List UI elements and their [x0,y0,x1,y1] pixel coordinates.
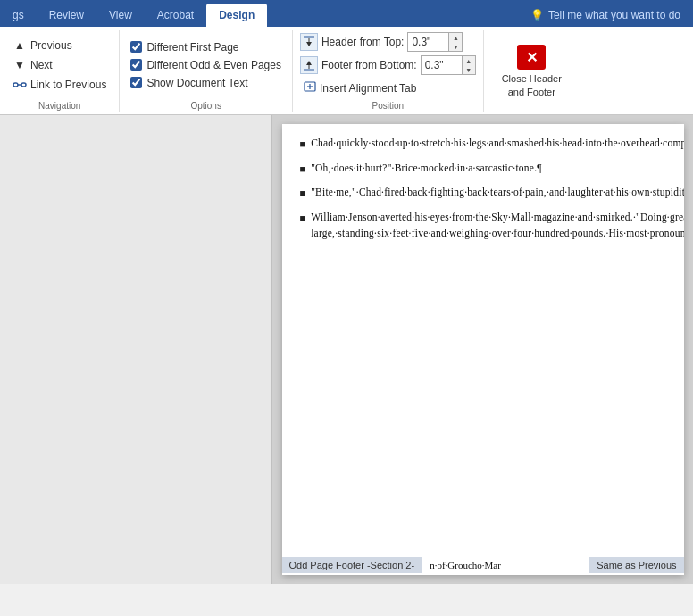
header-from-top-label: Header from Top: [321,36,405,48]
paragraph-3-text: "Bite·me,"·Chad·fired·back·fighting·back… [311,184,683,202]
footer-spinner-up[interactable]: ▲ [463,56,475,65]
close-button-label: Close Headerand Footer [502,72,562,98]
bullet-2: ■ [300,162,306,178]
show-document-text-label: Show Document Text [146,77,247,89]
footer-bar: Odd Page Footer -Section 2- n·of·Groucho… [282,554,684,575]
different-odd-even-checkbox[interactable] [130,59,142,71]
paragraph-2-text: "Oh,·does·it·hurt?"·Brice·mocked·in·a·sa… [311,160,542,178]
link-icon [13,78,27,92]
paragraph-1: ■ Chad·quickly·stood·up·to·stretch·his·l… [300,135,666,153]
left-sidebar [0,115,272,584]
nav-controls: ▲ Previous ▼ Next Link to Previous [7,32,112,97]
header-from-top-input-wrap: ▲ ▼ [407,32,463,52]
footer-spinner: ▲ ▼ [462,56,475,74]
bullet-1: ■ [300,137,306,153]
close-header-footer-button[interactable]: ✕ Close Headerand Footer [495,41,569,102]
footer-section-label: Odd Page Footer -Section 2- [282,557,423,573]
position-group-label: Position [300,97,476,111]
different-first-page-checkbox[interactable] [130,41,142,53]
show-document-text-checkbox[interactable] [130,77,142,88]
previous-label: Previous [30,39,72,52]
footer-from-bottom-input[interactable] [422,58,462,72]
tab-acrobat[interactable]: Acrobat [145,4,206,27]
svg-rect-3 [304,36,314,38]
ribbon: gs Review View Acrobat Design 💡 Tell me … [0,0,693,27]
tell-me-text: Tell me what you want to do [548,9,680,21]
insert-align-icon [304,80,316,96]
tab-review[interactable]: Review [37,4,96,27]
different-first-page-label: Different First Page [146,41,238,54]
footer-from-bottom-row: Footer from Bottom: ▲ ▼ [300,55,476,75]
svg-rect-1 [21,83,26,87]
paragraph-3: ■ "Bite·me,"·Chad·fired·back·fighting·ba… [300,184,666,202]
svg-rect-0 [13,83,18,87]
footer-position-icon [300,56,318,74]
options-controls: Different First Page Different Odd & Eve… [127,32,285,97]
different-odd-even-option[interactable]: Different Odd & Even Pages [127,57,285,73]
next-label: Next [30,59,53,71]
options-group: Different First Page Different Odd & Eve… [120,30,293,112]
position-group: Header from Top: ▲ ▼ Foo [293,30,484,112]
tab-bar: gs Review View Acrobat Design 💡 Tell me … [0,0,693,27]
tell-me-box[interactable]: 💡 Tell me what you want to do [518,4,693,27]
tab-design[interactable]: Design [206,4,267,27]
close-x-icon: ✕ [517,45,546,70]
paragraph-4-text: William·Jenson·averted·his·eyes·from·the… [311,209,683,242]
tab-gs[interactable]: gs [0,4,37,27]
link-to-previous-button[interactable]: Link to Previous [7,76,112,94]
bullet-4: ■ [300,211,306,242]
link-to-previous-label: Link to Previous [30,79,106,91]
tab-view[interactable]: View [96,4,145,27]
svg-marker-8 [306,61,312,65]
navigation-group: ▲ Previous ▼ Next Link to Previous Navig… [0,30,120,112]
lightbulb-icon: 💡 [530,9,544,21]
same-as-previous-badge: Same as Previous [589,557,683,573]
options-group-label: Options [127,97,285,111]
paragraph-1-text: Chad·quickly·stood·up·to·stretch·his·leg… [311,135,683,153]
svg-rect-6 [304,69,314,71]
paragraph-4: ■ William·Jenson·averted·his·eyes·from·t… [300,209,666,242]
different-odd-even-label: Different Odd & Even Pages [146,59,281,71]
different-first-page-option[interactable]: Different First Page [127,39,285,55]
insert-alignment-tab-button[interactable]: Insert Alignment Tab [300,79,476,97]
header-spinner-up[interactable]: ▲ [449,33,462,42]
close-group: ✕ Close Headerand Footer [484,30,580,112]
position-controls: Header from Top: ▲ ▼ Foo [300,32,476,97]
insert-alignment-tab-label: Insert Alignment Tab [320,82,417,95]
show-document-text-option[interactable]: Show Document Text [127,75,285,91]
header-spinner-down[interactable]: ▼ [449,42,462,51]
bullet-3: ■ [300,186,306,202]
document-content: ■ Chad·quickly·stood·up·to·stretch·his·l… [282,124,684,242]
paragraph-2: ■ "Oh,·does·it·hurt?"·Brice·mocked·in·a·… [300,160,666,178]
header-from-top-input[interactable] [408,35,448,49]
main-area: ■ Chad·quickly·stood·up·to·stretch·his·l… [0,115,693,584]
ribbon-content: ▲ Previous ▼ Next Link to Previous Navig… [0,27,693,115]
document-area: ■ Chad·quickly·stood·up·to·stretch·his·l… [272,115,693,584]
footer-from-bottom-input-wrap: ▲ ▼ [421,55,476,75]
footer-spinner-down[interactable]: ▼ [463,65,475,74]
svg-marker-5 [306,42,312,46]
previous-icon: ▲ [13,38,27,53]
header-spinner: ▲ ▼ [448,33,462,51]
header-position-icon [300,33,318,51]
document-page: ■ Chad·quickly·stood·up·to·stretch·his·l… [282,124,684,575]
previous-button[interactable]: ▲ Previous [7,37,112,54]
next-button[interactable]: ▼ Next [7,56,112,74]
footer-content-text[interactable]: n·of·Groucho·Mar [422,558,589,572]
next-icon: ▼ [13,58,27,72]
navigation-group-label: Navigation [7,97,112,111]
header-from-top-row: Header from Top: ▲ ▼ [300,32,476,52]
footer-from-bottom-label: Footer from Bottom: [321,59,417,71]
